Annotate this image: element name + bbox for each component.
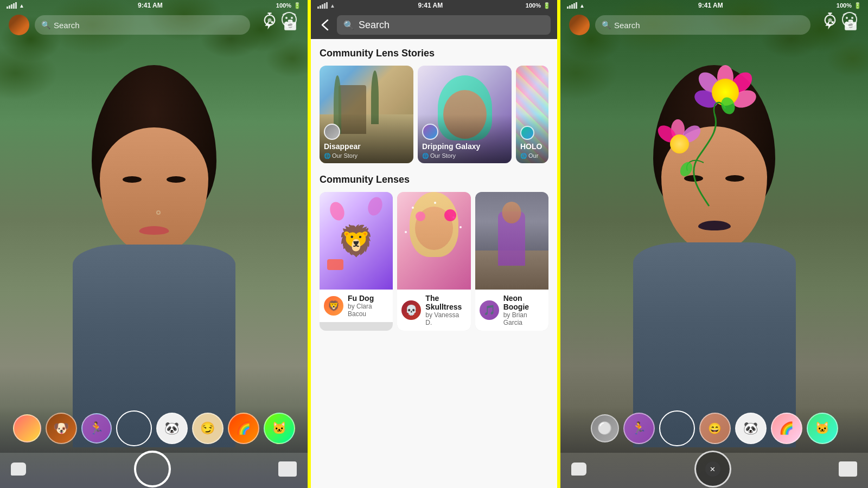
right-camera-panel: ▲ 9:41 AM 100% 🔋 🔍 Search — [559, 0, 868, 488]
search-content: Community Lens Stories Disappear 🌐 — [311, 39, 557, 488]
lens-item-1-right[interactable]: ⚪ — [591, 414, 619, 442]
lens-item-active-right[interactable] — [659, 410, 695, 446]
lens-item-8-left[interactable]: 🐱 — [264, 413, 295, 444]
search-icon-right: 🔍 — [602, 21, 611, 29]
signal-bar-r4 — [573, 3, 575, 9]
signal-bar-r1 — [567, 7, 569, 9]
avatar-left[interactable] — [9, 15, 29, 35]
skulltress-info: The Skulltress by Vanessa D. — [425, 294, 466, 326]
search-icon-middle: 🔍 — [343, 20, 354, 30]
sparkle-4 — [434, 202, 436, 204]
timer-icon-left[interactable] — [262, 12, 277, 29]
capture-button-left[interactable] — [134, 451, 171, 487]
lens-card-skulltress[interactable]: 💀 The Skulltress by Vanessa D. — [397, 192, 470, 331]
lens-item-2-left[interactable]: 🐶 — [46, 413, 77, 444]
fudog-image: 🦁 — [320, 192, 393, 290]
sparkle-5 — [459, 226, 462, 228]
person-left — [0, 38, 308, 447]
fudog-bg: 🦁 — [320, 192, 393, 290]
capture-button-right[interactable]: ✕ — [694, 451, 731, 487]
svg-point-16 — [828, 18, 832, 22]
signal-middle: ▲ — [317, 2, 335, 9]
back-button[interactable] — [317, 19, 333, 31]
story-card-galaxy[interactable]: Dripping Galaxy 🌐 Our Story — [418, 66, 512, 163]
holo-avatar — [520, 126, 534, 140]
signal-bar-5 — [15, 2, 17, 9]
signal-bar-m4 — [324, 3, 326, 9]
eye-left — [123, 176, 142, 183]
search-icon-left: 🔍 — [41, 21, 50, 29]
lens-item-5-left[interactable]: 🐼 — [156, 413, 188, 444]
skulltress-avatar: 💀 — [401, 300, 421, 320]
signal-bar-1 — [7, 7, 8, 9]
galaxy-subtitle: 🌐 Our Story — [422, 152, 507, 159]
skulltress-image — [397, 192, 470, 290]
sparkle-3 — [405, 231, 407, 233]
holo-info: HOLO 🌐 Our — [516, 121, 548, 163]
chat-button-left[interactable] — [11, 463, 26, 476]
lens-item-5-right[interactable]: 🐼 — [735, 413, 767, 444]
skulltress-bg — [397, 192, 470, 290]
svg-point-19 — [851, 17, 853, 19]
disappear-info: Disappear 🌐 Our Story — [320, 119, 413, 163]
time-left: 9:41 AM — [138, 2, 163, 9]
memories-button-right[interactable] — [839, 461, 857, 477]
fudog-avatar: 🦁 — [324, 296, 343, 316]
galaxy-avatar — [422, 124, 438, 140]
battery-icon-right: 🔋 — [854, 2, 861, 9]
community-lenses-title: Community Lenses — [320, 174, 548, 185]
lens-item-3-left[interactable]: 🏃 — [81, 413, 112, 444]
story-card-disappear[interactable]: Disappear 🌐 Our Story — [320, 66, 413, 163]
chat-button-right[interactable] — [571, 463, 586, 476]
fudog-emoji: 🦁 — [337, 226, 375, 256]
face-lens-icon-left[interactable] — [280, 11, 298, 30]
lens-item-6-left[interactable]: 😏 — [192, 413, 224, 444]
wifi-icon-middle: ▲ — [330, 3, 335, 9]
skulltress-creator: by Vanessa D. — [425, 311, 466, 326]
globe-icon-galaxy: 🌐 — [422, 153, 429, 159]
signal-bar-3 — [11, 4, 12, 9]
search-text-left: Search — [54, 21, 80, 30]
face-right — [661, 126, 767, 253]
fudog-info: Fu Dog by Clara Bacou — [348, 294, 388, 318]
disappear-story-label: Our Story — [332, 152, 358, 159]
signal-bar-r2 — [569, 5, 571, 9]
svg-point-17 — [843, 12, 857, 27]
face-lens-icon-right[interactable] — [841, 11, 858, 30]
avatar-right[interactable] — [569, 15, 590, 35]
search-input-text: Search — [359, 20, 390, 31]
battery-percent-middle: 100% — [526, 2, 541, 9]
lens-card-fudog[interactable]: 🦁 🦁 Fu Dog by Clara Bacou — [320, 192, 393, 331]
search-bar-right[interactable]: 🔍 Search — [595, 15, 810, 35]
camera-header-right: 🔍 Search — [560, 11, 868, 39]
lens-item-2-right[interactable]: 🏃 — [623, 413, 655, 444]
wifi-icon-right: ▲ — [579, 3, 585, 9]
memories-button-left[interactable] — [278, 461, 297, 477]
lens-item-6-right[interactable]: 🌈 — [771, 413, 802, 444]
lens-card-neon[interactable]: 🎵 Neon Boogie by Brian Garcia — [475, 192, 548, 331]
holo-story-label: Our — [528, 152, 538, 159]
battery-right: 100% 🔋 — [276, 2, 301, 9]
search-bar-left[interactable]: 🔍 Search — [35, 15, 250, 35]
status-bar-left: ▲ 9:41 AM 100% 🔋 — [0, 0, 308, 11]
neon-name: Neon Boogie — [503, 294, 544, 311]
battery-middle: 100% 🔋 — [526, 2, 551, 9]
lips — [139, 226, 169, 235]
lens-item-active-left[interactable] — [116, 410, 152, 446]
fudog-bottom: 🦁 Fu Dog by Clara Bacou — [320, 290, 393, 322]
fudog-name: Fu Dog — [348, 294, 388, 303]
neon-bottom: 🎵 Neon Boogie by Brian Garcia — [475, 290, 548, 331]
signal-bar-4 — [13, 3, 15, 9]
signal-bar-2 — [9, 5, 10, 9]
timer-icon-right[interactable] — [822, 12, 838, 29]
search-input-middle[interactable]: 🔍 Search — [337, 15, 551, 35]
lens-item-1-left[interactable] — [13, 414, 41, 442]
story-card-holo[interactable]: HOLO 🌐 Our — [516, 66, 548, 163]
lens-stories-title: Community Lens Stories — [320, 48, 548, 59]
lens-item-4-right[interactable]: 😄 — [699, 413, 731, 444]
lens-item-7-left[interactable]: 🌈 — [228, 413, 259, 444]
lens-item-7-right[interactable]: 🐱 — [807, 413, 838, 444]
signal-right: ▲ — [567, 2, 585, 9]
svg-point-6 — [282, 12, 296, 27]
x-button-right[interactable]: ✕ — [705, 461, 720, 477]
